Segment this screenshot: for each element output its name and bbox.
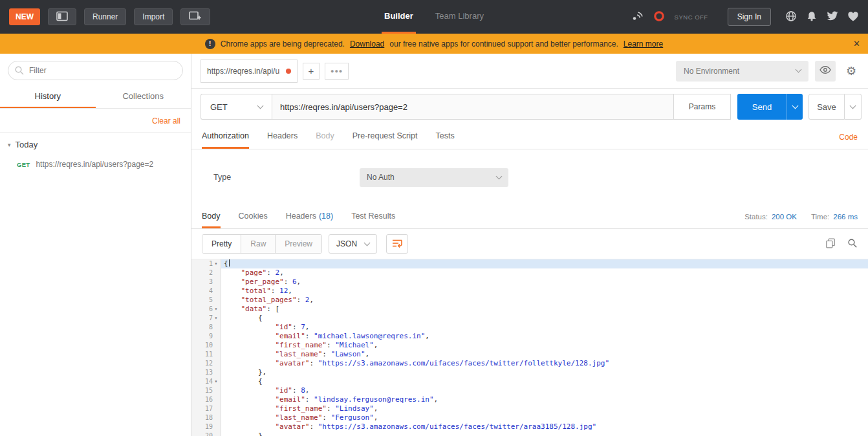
fold-arrow-icon[interactable]: ▾ — [213, 377, 219, 386]
view-pretty-button[interactable]: Pretty — [202, 235, 241, 253]
save-options-button[interactable] — [845, 94, 862, 120]
editor-line[interactable]: 10 "first_name": "Michael", — [191, 341, 868, 350]
editor-line[interactable]: 11 "last_name": "Lawson", — [191, 350, 868, 359]
support-button[interactable] — [847, 11, 859, 23]
code-line-content[interactable]: "id": 8, — [221, 386, 868, 395]
params-button[interactable]: Params — [674, 94, 731, 120]
more-tabs-button[interactable]: ●●● — [325, 63, 349, 80]
copy-button[interactable] — [825, 238, 836, 250]
interceptor-button[interactable] — [631, 10, 644, 24]
code-line-content[interactable]: "avatar": "https://s3.amazonaws.com/uifa… — [221, 359, 868, 368]
filter-input[interactable] — [8, 61, 183, 80]
tab-response-body[interactable]: Body — [202, 205, 221, 228]
help-globe-button[interactable] — [785, 10, 797, 24]
tab-cookies[interactable]: Cookies — [239, 205, 268, 228]
code-line-content[interactable]: "first_name": "Lindsay", — [221, 404, 868, 413]
fold-arrow-icon[interactable]: ▾ — [213, 259, 219, 268]
code-line-content[interactable]: "email": "lindsay.ferguson@reqres.in", — [221, 395, 868, 404]
runner-button[interactable]: Runner — [84, 8, 126, 25]
history-group-today[interactable]: ▾ Today — [0, 133, 191, 157]
code-line-content[interactable]: "first_name": "Michael", — [221, 341, 868, 350]
auth-type-select[interactable]: No Auth — [360, 168, 508, 187]
editor-line[interactable]: 2 "page": 2, — [191, 268, 868, 278]
code-line-content[interactable]: "per_page": 6, — [221, 278, 868, 287]
editor-line[interactable]: 3 "per_page": 6, — [191, 278, 868, 287]
view-preview-button[interactable]: Preview — [276, 235, 321, 253]
word-wrap-button[interactable] — [386, 234, 408, 254]
settings-button[interactable]: ⚙ — [841, 61, 862, 82]
code-line-content[interactable]: "last_name": "Lawson", — [221, 350, 868, 359]
editor-line[interactable]: 13 }, — [191, 368, 868, 377]
new-button[interactable]: NEW — [9, 8, 40, 25]
fold-arrow-icon[interactable]: ▾ — [213, 314, 219, 323]
code-line-content[interactable]: { — [221, 314, 868, 323]
editor-line[interactable]: 14▾ { — [191, 377, 868, 386]
code-line-content[interactable]: "avatar": "https://s3.amazonaws.com/uifa… — [221, 422, 868, 431]
search-response-button[interactable] — [847, 238, 858, 250]
code-line-content[interactable]: }, — [221, 368, 868, 377]
code-line-content[interactable]: }, — [221, 431, 868, 436]
tab-builder[interactable]: Builder — [382, 0, 416, 34]
add-tab-button[interactable]: + — [303, 63, 320, 80]
learn-more-link[interactable]: Learn more — [624, 39, 663, 49]
tab-test-results[interactable]: Test Results — [351, 205, 395, 228]
history-item[interactable]: GET https://reqres.in/api/users?page=2 — [0, 157, 191, 172]
tab-headers[interactable]: Headers — [267, 125, 298, 149]
editor-line[interactable]: 15 "id": 8, — [191, 386, 868, 395]
editor-line[interactable]: 8 "id": 7, — [191, 323, 868, 332]
send-button[interactable]: Send — [737, 94, 787, 120]
tab-history[interactable]: History — [0, 85, 96, 108]
tab-tests[interactable]: Tests — [435, 125, 454, 149]
response-editor[interactable]: 1▾{2 "page": 2,3 "per_page": 6,4 "total"… — [191, 259, 868, 436]
code-line-content[interactable]: "total": 12, — [221, 287, 868, 296]
editor-line[interactable]: 18 "last_name": "Ferguson", — [191, 413, 868, 422]
editor-line[interactable]: 12 "avatar": "https://s3.amazonaws.com/u… — [191, 359, 868, 368]
banner-close-icon[interactable]: ✕ — [853, 34, 860, 54]
fold-arrow-icon[interactable]: ▾ — [213, 305, 219, 314]
code-line-content[interactable]: { — [221, 259, 868, 268]
time-value[interactable]: 266 ms — [833, 213, 858, 221]
save-button[interactable]: Save — [808, 94, 845, 120]
editor-line[interactable]: 19 "avatar": "https://s3.amazonaws.com/u… — [191, 422, 868, 431]
editor-line[interactable]: 20 }, — [191, 431, 868, 436]
code-line-content[interactable]: "page": 2, — [221, 268, 868, 278]
tab-body[interactable]: Body — [316, 125, 334, 149]
code-line-content[interactable]: { — [221, 377, 868, 386]
editor-line[interactable]: 6▾ "data": [ — [191, 305, 868, 314]
environment-select[interactable]: No Environment — [676, 61, 808, 82]
url-input[interactable] — [272, 94, 674, 120]
twitter-button[interactable] — [827, 11, 838, 23]
notifications-button[interactable] — [806, 10, 818, 24]
tab-response-headers[interactable]: Headers (18) — [286, 205, 333, 228]
code-line-content[interactable]: "last_name": "Ferguson", — [221, 413, 868, 422]
send-options-button[interactable] — [787, 94, 803, 120]
code-line-content[interactable]: "data": [ — [221, 305, 868, 314]
editor-line[interactable]: 7▾ { — [191, 314, 868, 323]
tab-authorization[interactable]: Authorization — [202, 125, 249, 149]
sync-button[interactable] — [653, 10, 666, 25]
view-raw-button[interactable]: Raw — [241, 235, 276, 253]
tab-pre-request-script[interactable]: Pre-request Script — [353, 125, 418, 149]
request-tab[interactable]: https://reqres.in/api/u — [201, 60, 298, 83]
sign-in-button[interactable]: Sign In — [728, 8, 771, 26]
editor-line[interactable]: 17 "first_name": "Lindsay", — [191, 404, 868, 413]
code-link[interactable]: Code — [839, 125, 858, 149]
environment-preview-button[interactable] — [815, 61, 836, 82]
sidebar-toggle-button[interactable] — [48, 8, 76, 25]
code-line-content[interactable]: "id": 7, — [221, 323, 868, 332]
editor-line[interactable]: 1▾{ — [191, 259, 868, 268]
editor-line[interactable]: 16 "email": "lindsay.ferguson@reqres.in"… — [191, 395, 868, 404]
method-select[interactable]: GET — [201, 94, 272, 120]
editor-line[interactable]: 5 "total_pages": 2, — [191, 296, 868, 305]
status-value[interactable]: 200 OK — [772, 213, 797, 221]
download-link[interactable]: Download — [350, 39, 384, 49]
editor-line[interactable]: 4 "total": 12, — [191, 287, 868, 296]
format-select[interactable]: JSON — [329, 234, 377, 254]
editor-line[interactable]: 9 "email": "michael.lawson@reqres.in", — [191, 332, 868, 341]
import-button[interactable]: Import — [134, 8, 173, 25]
tab-collections[interactable]: Collections — [96, 85, 191, 108]
code-line-content[interactable]: "email": "michael.lawson@reqres.in", — [221, 332, 868, 341]
new-window-button[interactable] — [180, 8, 210, 25]
clear-all-link[interactable]: Clear all — [152, 116, 180, 125]
tab-team-library[interactable]: Team Library — [433, 0, 486, 34]
